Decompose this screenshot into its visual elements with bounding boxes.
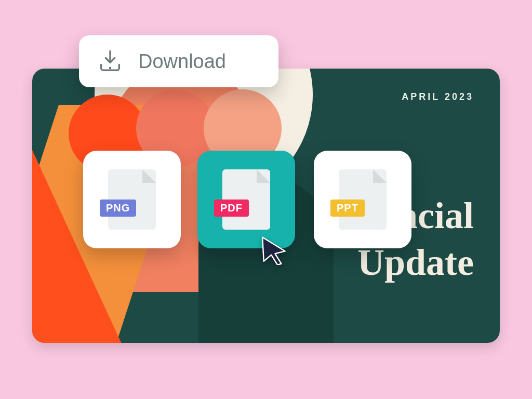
download-button[interactable]: Download: [79, 35, 278, 87]
file-icon: PPT: [339, 169, 387, 230]
download-label: Download: [138, 50, 226, 73]
download-icon: [97, 48, 124, 75]
format-badge-png: PNG: [100, 200, 136, 217]
svg-point-0: [109, 67, 112, 70]
format-badge-pdf: PDF: [214, 200, 249, 217]
slide-date: APRIL 2023: [402, 91, 474, 102]
cursor-icon: [259, 235, 289, 265]
file-icon: PNG: [108, 169, 156, 230]
file-icon: PDF: [222, 169, 270, 230]
format-option-png[interactable]: PNG: [83, 151, 181, 248]
format-option-ppt[interactable]: PPT: [314, 151, 411, 248]
format-badge-ppt: PPT: [330, 200, 365, 217]
format-option-pdf[interactable]: PDF: [197, 151, 295, 248]
